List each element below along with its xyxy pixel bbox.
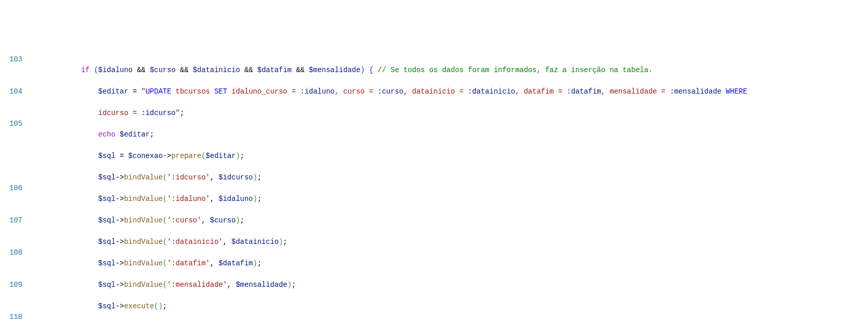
- code-line[interactable]: $sql = $conexao->prepare($editar);: [30, 151, 868, 162]
- code-line[interactable]: echo $editar;: [30, 129, 868, 140]
- line-number: 104: [5, 86, 23, 97]
- line-number: 108: [5, 247, 23, 258]
- line-number-gutter: 103 104 105 106 107 108 109 110 111 112 …: [0, 33, 30, 319]
- code-line[interactable]: $sql->bindValue(':datainicio', $datainic…: [30, 237, 868, 247]
- code-line[interactable]: $sql->bindValue(':datafim', $datafim);: [30, 258, 868, 269]
- line-number: 106: [5, 183, 23, 194]
- code-line[interactable]: $sql->bindValue(':mensalidade', $mensali…: [30, 280, 868, 290]
- line-number: 103: [5, 54, 23, 65]
- code-line[interactable]: $sql->bindValue(':idaluno', $idaluno);: [30, 194, 868, 204]
- code-line[interactable]: $sql->bindValue(':idcurso', $idcurso);: [30, 172, 868, 183]
- code-editor: 103 104 105 106 107 108 109 110 111 112 …: [0, 33, 868, 319]
- line-number: 109: [5, 280, 23, 290]
- line-number: 105: [5, 119, 23, 129]
- code-line[interactable]: $sql->execute();: [30, 301, 868, 312]
- code-area[interactable]: if ($idaluno && $curso && $datainicio &&…: [30, 33, 868, 319]
- line-number: 110: [5, 312, 23, 319]
- code-line[interactable]: [30, 43, 868, 54]
- code-line[interactable]: $sql->bindValue(':curso', $curso);: [30, 215, 868, 226]
- line-number: [5, 151, 23, 162]
- code-line[interactable]: $editar = "UPDATE tbcursos SET idaluno_c…: [30, 86, 868, 97]
- line-number: 107: [5, 215, 23, 226]
- code-line[interactable]: idcurso = :idcurso";: [30, 108, 868, 119]
- code-line[interactable]: if ($idaluno && $curso && $datainicio &&…: [30, 65, 868, 76]
